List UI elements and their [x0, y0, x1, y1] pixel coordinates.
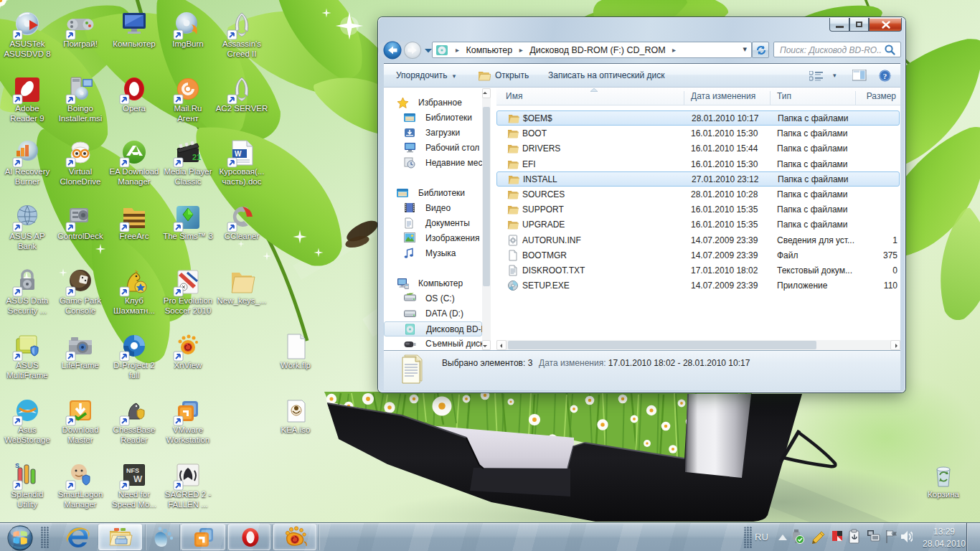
svg-text:S: S	[15, 462, 19, 469]
svg-text:21: 21	[192, 153, 201, 161]
svg-text:?: ?	[883, 72, 887, 80]
svg-text:W: W	[133, 474, 143, 484]
svg-text:W: W	[235, 150, 242, 158]
